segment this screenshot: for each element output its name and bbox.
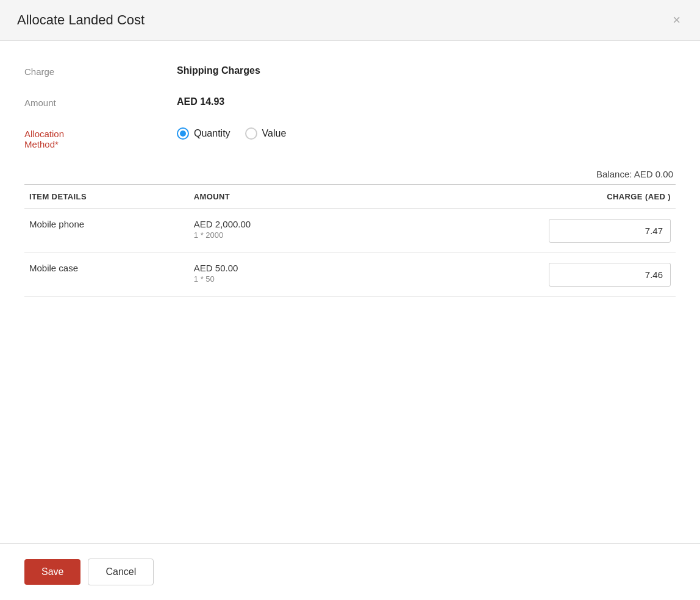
radio-circle-quantity[interactable] xyxy=(177,127,189,140)
amount-row: Amount AED 14.93 xyxy=(24,96,676,108)
close-button[interactable]: × xyxy=(670,13,683,27)
charge-input-1[interactable] xyxy=(549,263,671,287)
cancel-button[interactable]: Cancel xyxy=(88,559,154,585)
col-header-amount: AMOUNT xyxy=(189,185,352,209)
item-amount: AED 2,000.00 1 * 2000 xyxy=(189,209,352,253)
radio-label-quantity: Quantity xyxy=(194,128,230,139)
item-name: Mobile case xyxy=(24,253,189,297)
amount-value: AED 14.93 xyxy=(177,96,224,107)
amount-main: AED 50.00 xyxy=(194,263,348,273)
amount-sub: 1 * 50 xyxy=(194,274,348,284)
amount-label: Amount xyxy=(24,96,177,108)
radio-circle-value[interactable] xyxy=(245,127,257,140)
col-header-item-details: ITEM DETAILS xyxy=(24,185,189,209)
allocation-method-label: AllocationMethod* xyxy=(24,127,177,149)
col-header-charge: CHARGE (AED ) xyxy=(352,185,676,209)
item-charge-cell xyxy=(352,253,676,297)
radio-option-value[interactable]: Value xyxy=(245,127,287,140)
save-button[interactable]: Save xyxy=(24,559,80,585)
balance-display: Balance: AED 0.00 xyxy=(24,169,676,179)
dialog-header: Allocate Landed Cost × xyxy=(0,0,700,41)
items-table: ITEM DETAILS AMOUNT CHARGE (AED ) Mobile… xyxy=(24,184,676,297)
charge-row: Charge Shipping Charges xyxy=(24,65,676,77)
charge-label: Charge xyxy=(24,65,177,77)
amount-main: AED 2,000.00 xyxy=(194,219,348,229)
charge-input-0[interactable] xyxy=(549,219,671,243)
item-amount: AED 50.00 1 * 50 xyxy=(189,253,352,297)
table-row: Mobile phone AED 2,000.00 1 * 2000 xyxy=(24,209,676,253)
table-row: Mobile case AED 50.00 1 * 50 xyxy=(24,253,676,297)
allocation-options: Quantity Value xyxy=(177,127,286,140)
dialog-footer: Save Cancel xyxy=(0,543,700,600)
table-section: Balance: AED 0.00 ITEM DETAILS AMOUNT CH… xyxy=(24,169,676,297)
item-name: Mobile phone xyxy=(24,209,189,253)
dialog-title: Allocate Landed Cost xyxy=(17,12,145,28)
allocate-landed-cost-dialog: Allocate Landed Cost × Charge Shipping C… xyxy=(0,0,700,600)
dialog-body: Charge Shipping Charges Amount AED 14.93… xyxy=(0,41,700,519)
item-charge-cell xyxy=(352,209,676,253)
amount-sub: 1 * 2000 xyxy=(194,230,348,240)
allocation-method-row: AllocationMethod* Quantity Value xyxy=(24,127,676,149)
radio-option-quantity[interactable]: Quantity xyxy=(177,127,230,140)
charge-value: Shipping Charges xyxy=(177,65,260,76)
table-header-row: ITEM DETAILS AMOUNT CHARGE (AED ) xyxy=(24,185,676,209)
radio-label-value: Value xyxy=(262,128,287,139)
